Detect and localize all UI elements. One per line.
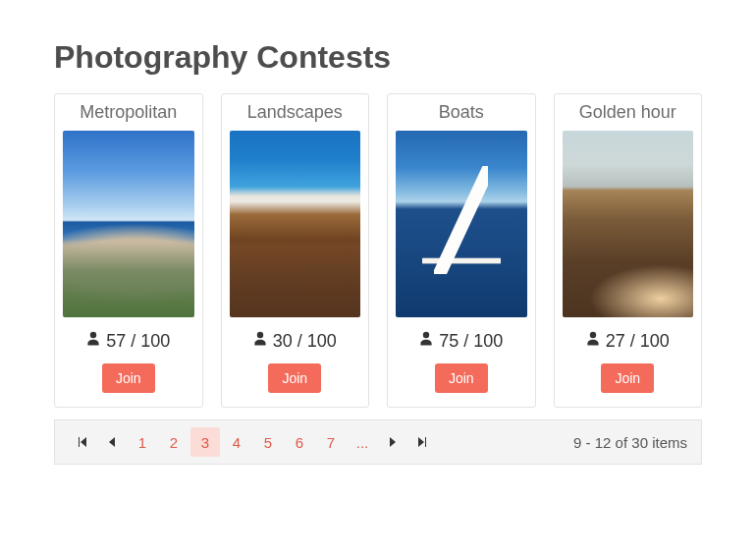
participant-count: 75 / 100: [419, 331, 503, 352]
participant-text: 27 / 100: [606, 331, 670, 352]
participant-count: 57 / 100: [86, 331, 170, 352]
first-page-icon: [78, 437, 87, 447]
contest-title: Golden hour: [579, 102, 676, 123]
chevron-right-icon: [388, 437, 398, 447]
page-number[interactable]: 5: [253, 427, 283, 457]
participant-text: 75 / 100: [439, 331, 503, 352]
contest-thumbnail: [230, 131, 361, 317]
next-page-button[interactable]: [379, 427, 406, 457]
page-number[interactable]: 4: [222, 427, 251, 457]
first-page-button[interactable]: [69, 427, 96, 457]
person-icon: [86, 331, 100, 352]
person-icon: [253, 331, 267, 352]
last-page-button[interactable]: [408, 427, 436, 457]
contest-title: Boats: [439, 102, 484, 123]
participant-text: 57 / 100: [106, 331, 170, 352]
join-button[interactable]: Join: [102, 363, 155, 393]
contest-thumbnail: [563, 131, 694, 317]
contest-thumbnail: [63, 131, 194, 317]
chevron-left-icon: [107, 437, 117, 447]
join-button[interactable]: Join: [268, 363, 321, 393]
pager-nav: 1 2 3 4 5 6 7 ...: [69, 427, 436, 457]
participant-count: 30 / 100: [253, 331, 337, 352]
prev-page-button[interactable]: [98, 427, 126, 457]
contest-thumbnail: [396, 131, 527, 317]
contest-card: Golden hour 27 / 100 Join: [554, 93, 703, 408]
page-number[interactable]: 1: [128, 427, 157, 457]
page-number[interactable]: 6: [285, 427, 314, 457]
contest-title: Landscapes: [247, 102, 343, 123]
contest-card: Landscapes 30 / 100 Join: [221, 93, 370, 408]
page-number[interactable]: 7: [316, 427, 346, 457]
join-button[interactable]: Join: [601, 363, 654, 393]
pager-info: 9 - 12 of 30 items: [573, 434, 687, 451]
person-icon: [419, 331, 433, 352]
join-button[interactable]: Join: [435, 363, 488, 393]
page-title: Photography Contests: [54, 39, 702, 76]
participant-text: 30 / 100: [273, 331, 337, 352]
pager: 1 2 3 4 5 6 7 ... 9 - 12 of 30 items: [54, 419, 702, 465]
page-number[interactable]: 2: [159, 427, 189, 457]
participant-count: 27 / 100: [586, 331, 670, 352]
contest-card: Boats 75 / 100 Join: [387, 93, 536, 408]
page-ellipsis[interactable]: ...: [348, 427, 377, 457]
contest-card-list: Metropolitan 57 / 100 Join Landscapes 30…: [54, 93, 702, 408]
contest-card: Metropolitan 57 / 100 Join: [54, 93, 203, 408]
page-number-active[interactable]: 3: [190, 427, 220, 457]
last-page-icon: [417, 437, 427, 447]
person-icon: [586, 331, 600, 352]
contest-title: Metropolitan: [80, 102, 177, 123]
